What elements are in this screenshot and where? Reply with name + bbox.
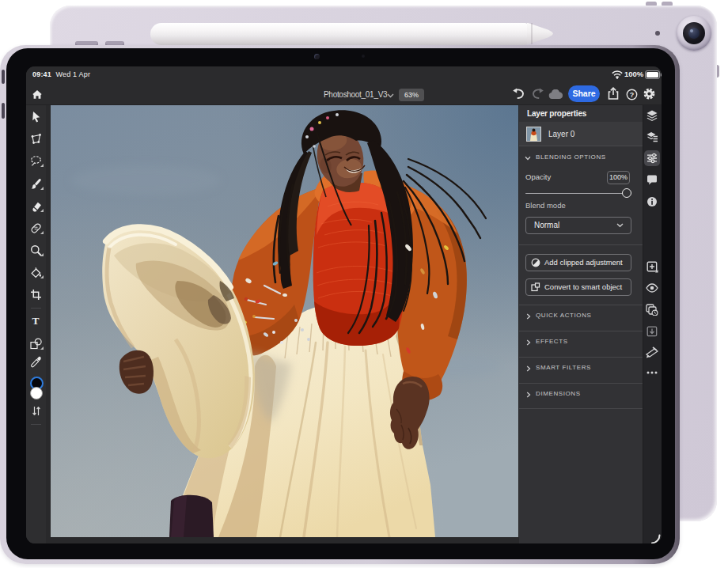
- svg-text:?: ?: [630, 90, 635, 98]
